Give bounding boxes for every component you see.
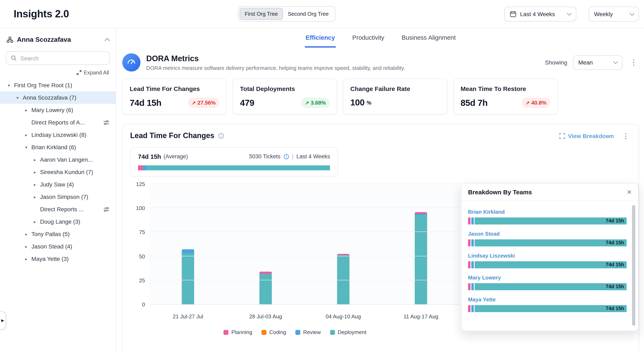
- trend-badge: ↗3.68%: [301, 98, 330, 108]
- chevron-right-icon[interactable]: ▸: [33, 182, 37, 187]
- bar-segment-deployment: [260, 273, 272, 304]
- chevron-right-icon[interactable]: ▸: [24, 244, 28, 249]
- tree-item-direct-reports-of-a[interactable]: Direct Reports of A...: [0, 116, 116, 129]
- legend-label: Deployment: [338, 329, 366, 335]
- team-name-link[interactable]: Brian Kirkland: [468, 209, 505, 215]
- sidebar-search[interactable]: [6, 51, 110, 65]
- legend-swatch: [330, 330, 335, 335]
- y-tick-label: 50: [139, 253, 145, 259]
- team-bar-planning-segment: [468, 239, 470, 246]
- bar-group-04-aug-10-aug[interactable]: [304, 184, 382, 304]
- tab-productivity[interactable]: Productivity: [351, 28, 385, 48]
- chevron-right-icon[interactable]: ▸: [33, 170, 37, 174]
- tree-item-first-org-tree-root-1[interactable]: ▾First Org Tree Root (1): [0, 79, 116, 91]
- tree-item-mary-lowery-6[interactable]: ▸Mary Lowery (6): [0, 104, 116, 116]
- app-title: Insights 2.0: [14, 8, 69, 20]
- sidebar-collapse-toggle[interactable]: ▶: [0, 311, 6, 329]
- stacked-bar: [415, 212, 427, 304]
- summary-range: Last 4 Weeks: [296, 153, 330, 160]
- team-name-link[interactable]: Lindsay Liszewski: [468, 253, 515, 259]
- tab-business-alignment[interactable]: Business Alignment: [401, 28, 457, 48]
- chevron-right-icon[interactable]: ▸: [24, 256, 28, 261]
- breakdown-panel-title: Breakdown By Teams: [468, 189, 532, 196]
- team-bar-review-segment: [471, 283, 474, 290]
- metric-card-title: Mean Time To Restore: [460, 85, 550, 92]
- bar-group-21-jul-27-jul[interactable]: [149, 184, 227, 304]
- view-breakdown-button[interactable]: View Breakdown: [559, 133, 614, 139]
- metric-card-change-failure-rate: Change Failure Rate100%: [343, 79, 447, 115]
- date-range-dropdown[interactable]: Last 4 Weeks: [504, 7, 576, 21]
- search-input[interactable]: [20, 55, 105, 61]
- chevron-down-icon[interactable]: ▾: [6, 83, 11, 88]
- tree-item-jason-stead-4[interactable]: ▸Jason Stead (4): [0, 240, 116, 253]
- org-tree-option-second-org-tree[interactable]: Second Org Tree: [283, 8, 334, 20]
- tree-item-label: Lindsay Liszewski (8): [32, 132, 86, 138]
- summary-right: 5030 Tickets | Last 4 Weeks: [249, 153, 330, 160]
- legend-item-review[interactable]: Review: [295, 329, 321, 335]
- chevron-down-icon: [613, 59, 618, 64]
- filter-settings-icon[interactable]: [103, 206, 110, 212]
- tree-item-label: Maya Yette (3): [32, 255, 69, 262]
- bar-slots: [149, 184, 460, 304]
- tab-efficiency[interactable]: Efficiency: [305, 28, 336, 48]
- header-right: Last 4 Weeks Weekly: [504, 7, 639, 21]
- team-name-link[interactable]: Jason Stead: [468, 231, 500, 237]
- tree-item-direct-reports[interactable]: Direct Reports ...: [0, 203, 116, 215]
- sidebar-user-header[interactable]: Anna Scozzafava: [0, 33, 116, 46]
- tree-item-aaron-van-langen[interactable]: ▸Aaron Van Langen...: [0, 153, 116, 166]
- team-name-link[interactable]: Mary Lowery: [468, 274, 501, 281]
- team-name-link[interactable]: Maya Yette: [468, 296, 496, 303]
- dora-titles: DORA Metrics DORA metrics measure softwa…: [146, 54, 405, 71]
- bar-group-28-jul-03-aug[interactable]: [227, 184, 304, 304]
- chevron-down-icon[interactable]: ▾: [15, 95, 20, 100]
- chevron-down-icon: [630, 11, 634, 16]
- tree-item-label: Direct Reports of A...: [32, 119, 85, 126]
- tree-item-anna-scozzafava-7[interactable]: ▾Anna Scozzafava (7): [0, 91, 116, 104]
- filter-settings-icon[interactable]: [103, 119, 110, 126]
- lead-time-controls: View Breakdown ⋮: [559, 132, 631, 140]
- tree-item-doug-lange-3[interactable]: ▸Doug Lange (3): [0, 215, 116, 228]
- aggregation-dropdown[interactable]: Mean: [573, 55, 622, 70]
- tree-item-label: Sireesha Kunduri (7): [40, 169, 93, 175]
- tree-item-tony-pallas-5[interactable]: ▸Tony Pallas (5): [0, 228, 116, 240]
- chevron-right-icon[interactable]: ▸: [33, 157, 37, 162]
- tree-item-sireesha-kunduri-7[interactable]: ▸Sireesha Kunduri (7): [0, 166, 116, 178]
- sidebar-user-name: Anna Scozzafava: [17, 36, 71, 44]
- legend-item-coding[interactable]: Coding: [261, 329, 286, 335]
- tree-item-lindsay-liszewski-8[interactable]: ▸Lindsay Liszewski (8): [0, 129, 116, 141]
- info-icon[interactable]: [284, 154, 289, 159]
- chevron-right-icon[interactable]: ▸: [33, 195, 37, 199]
- tree-item-judy-saw-4[interactable]: ▸Judy Saw (4): [0, 178, 116, 191]
- tree-item-brian-kirkland-6[interactable]: ▾Brian Kirkland (6): [0, 141, 116, 153]
- granularity-dropdown[interactable]: Weekly: [589, 7, 639, 21]
- chevron-right-icon[interactable]: ▸: [24, 108, 28, 112]
- chevron-right-icon[interactable]: ▸: [24, 133, 28, 137]
- bar-group-11-aug-17-aug[interactable]: [382, 184, 460, 304]
- trend-value: 27.56%: [198, 100, 216, 106]
- tree-item-label: Judy Saw (4): [40, 181, 74, 188]
- close-icon[interactable]: ×: [627, 188, 632, 196]
- chevron-right-icon[interactable]: ▸: [24, 232, 28, 236]
- dora-controls: Showing Mean ⋮: [545, 55, 639, 70]
- trend-up-arrow-icon: ↗: [305, 100, 309, 106]
- scrollbar-thumb[interactable]: [632, 205, 635, 326]
- kebab-menu-icon[interactable]: ⋮: [628, 59, 639, 66]
- chevron-up-icon[interactable]: [104, 38, 110, 43]
- info-icon[interactable]: [218, 133, 224, 139]
- summary-qualifier: (Average): [164, 153, 188, 160]
- org-chart-icon: [6, 36, 13, 43]
- metric-card-value-row: 479↗3.68%: [240, 98, 330, 108]
- legend-item-deployment[interactable]: Deployment: [330, 329, 366, 335]
- kebab-menu-icon[interactable]: ⋮: [620, 132, 631, 140]
- metric-card-value-row: 74d 15h↗27.56%: [130, 98, 219, 108]
- chevron-right-icon[interactable]: ▸: [33, 219, 37, 224]
- legend-item-planning[interactable]: Planning: [224, 329, 252, 335]
- tree-item-jason-simpson-7[interactable]: ▸Jason Simpson (7): [0, 191, 116, 203]
- team-bar-review-segment: [471, 239, 474, 246]
- expand-all-button[interactable]: Expand All: [76, 70, 109, 76]
- chevron-down-icon[interactable]: ▾: [24, 145, 28, 149]
- team-bar-review-segment: [471, 261, 474, 268]
- tree-item-maya-yette-3[interactable]: ▸Maya Yette (3): [0, 253, 116, 265]
- lead-time-card: Lead Time For Changes View Breakdown: [122, 124, 639, 351]
- org-tree-option-first-org-tree[interactable]: First Org Tree: [240, 8, 283, 20]
